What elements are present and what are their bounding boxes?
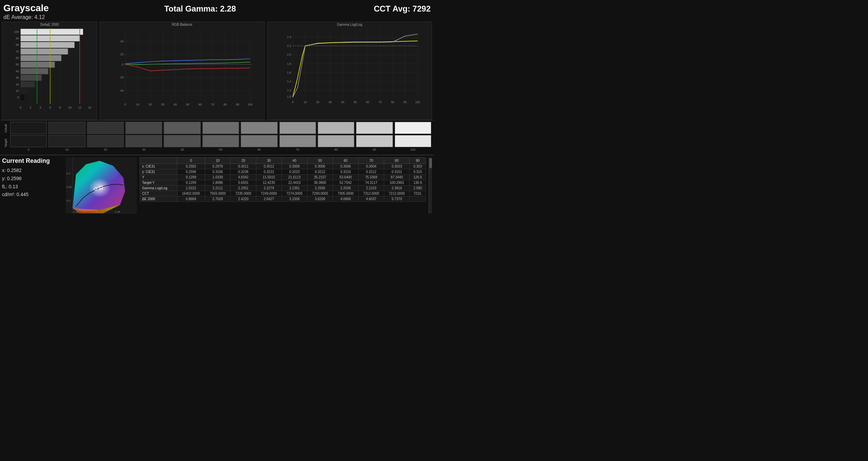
svg-text:40: 40: [341, 100, 344, 104]
svg-text:0: 0: [20, 106, 21, 109]
scrollbar-thumb[interactable]: [429, 158, 432, 168]
table-cell: 0.3210: [333, 169, 358, 175]
bottom-section: Current Reading x: 0.2582 y: 0.2596 fL: …: [0, 155, 434, 215]
col-header-60: 60: [333, 158, 358, 164]
table-cell: 0.3011: [231, 164, 256, 169]
table-cell: 1.0222: [177, 186, 205, 191]
table-cell: 0.3006: [333, 164, 358, 169]
swatch-actual-50: [202, 122, 239, 134]
deltae-chart: DeltaE 2000: [2, 22, 97, 120]
col-header-50: 50: [307, 158, 333, 164]
table-cell: 3.1506: [282, 196, 307, 202]
gamma-chart: Gamma Log/Log: [267, 22, 432, 120]
swatch-target-20: [87, 135, 124, 147]
svg-text:20: 20: [120, 53, 124, 56]
svg-rect-12: [21, 62, 55, 68]
table-cell: 100.2963: [384, 180, 409, 186]
table-cell: 7312.0000: [358, 191, 384, 196]
scrollbar[interactable]: [429, 157, 432, 213]
svg-text:20: 20: [316, 100, 319, 104]
table-cell: 0.3012: [256, 164, 281, 169]
svg-text:0.35: 0.35: [115, 210, 120, 213]
rgb-balance-svg: 40 20 0 -20 -40 0 10 20 30 40 50 60 70 8…: [103, 28, 263, 114]
table-cell: 1.8086: [205, 180, 230, 186]
svg-rect-9: [21, 42, 75, 48]
svg-text:0: 0: [17, 96, 19, 99]
col-header-40: 40: [282, 158, 307, 164]
table-cell: 53.6400: [333, 175, 358, 180]
swatch-numbers: 0 10 20 30 40 50 60 70 80 90 100: [10, 148, 431, 151]
swatch-actual-60: [241, 122, 277, 134]
data-table-container[interactable]: 0 10 20 30 40 50 60 70 80 90 x: CIE310.2…: [140, 157, 426, 213]
target-label: Target: [4, 139, 7, 147]
swatch-target-30: [125, 135, 162, 147]
table-cell-label: Gamma Log/Log: [140, 186, 177, 191]
svg-text:1.4: 1.4: [287, 80, 291, 83]
svg-text:60: 60: [199, 103, 202, 106]
table-cell: 2.2036: [333, 186, 358, 191]
svg-text:70: 70: [378, 100, 382, 104]
svg-text:1.0: 1.0: [287, 95, 291, 98]
svg-rect-7: [21, 29, 83, 35]
table-cell: 0.2978: [205, 164, 230, 169]
svg-text:6: 6: [50, 106, 51, 109]
table-cell-label: CCT: [140, 191, 177, 196]
table-cell: 0.8669: [177, 196, 205, 202]
table-cell: 36.0800: [307, 180, 333, 186]
top-bar: Grayscale dE Average: 4.12 Total Gamma: …: [0, 0, 434, 22]
svg-text:40: 40: [16, 70, 19, 73]
table-cell-label: Target Y: [140, 180, 177, 186]
svg-text:0.3: 0.3: [94, 210, 98, 213]
svg-text:2: 2: [29, 106, 31, 109]
svg-text:70: 70: [211, 103, 214, 106]
table-cell: 3.6209: [307, 196, 333, 202]
svg-text:100: 100: [248, 103, 253, 106]
table-row: Target Y0.12991.80865.683112.423522.4410…: [140, 180, 426, 186]
table-cell: 0.315: [410, 169, 426, 175]
table-cell: 7555.0000: [205, 191, 230, 196]
table-row: Y0.12991.03394.834211.501521.611335.2157…: [140, 175, 426, 180]
table-cell: 22.4410: [282, 180, 307, 186]
svg-text:90: 90: [403, 100, 407, 104]
swatch-num-90: 90: [356, 148, 393, 151]
col-header-30: 30: [256, 158, 281, 164]
col-header-20: 20: [231, 158, 256, 164]
table-cell-label: y: CIE31: [140, 169, 177, 175]
table-cell: 0.3166: [205, 169, 230, 175]
svg-text:4: 4: [39, 106, 41, 109]
table-cell: 0.3006: [307, 164, 333, 169]
svg-text:-40: -40: [119, 89, 124, 92]
title-block: Grayscale dE Average: 4.12: [3, 3, 58, 20]
col-header-80: 80: [384, 158, 409, 164]
svg-text:10: 10: [68, 106, 72, 109]
reading-y: y: 0.2596: [2, 175, 63, 183]
table-cell: 4.6037: [358, 196, 384, 202]
svg-rect-13: [21, 68, 48, 74]
svg-text:50: 50: [354, 100, 357, 104]
target-swatches-row: [10, 135, 431, 147]
table-cell: 0.3236: [231, 169, 256, 175]
table-cell: 0.303: [410, 164, 426, 169]
swatch-num-10: 10: [48, 148, 85, 151]
svg-text:0.25: 0.25: [73, 210, 79, 213]
svg-text:2.4: 2.4: [287, 35, 291, 39]
table-cell: 0.3004: [358, 164, 384, 169]
table-cell: 21.6113: [282, 175, 307, 180]
table-cell: 97.3440: [384, 175, 409, 180]
table-cell: 74.3117: [358, 180, 384, 186]
table-cell: 0.1299: [177, 175, 205, 180]
svg-text:70: 70: [16, 50, 19, 53]
svg-text:10: 10: [136, 103, 139, 106]
swatch-num-100: 100: [395, 148, 431, 151]
swatch-actual-100: [395, 122, 431, 134]
svg-text:0: 0: [122, 63, 124, 66]
table-cell: 0.3212: [307, 169, 333, 175]
swatch-actual-70: [279, 122, 316, 134]
swatch-num-40: 40: [164, 148, 200, 151]
total-gamma-label: Total Gamma: 2.28: [61, 3, 339, 14]
table-cell: 7305.0000: [333, 191, 358, 196]
svg-rect-15: [21, 81, 35, 87]
table-cell: 126.6: [410, 175, 426, 180]
table-cell: 5.7370: [384, 196, 409, 202]
table-cell: 7274.0000: [282, 191, 307, 196]
